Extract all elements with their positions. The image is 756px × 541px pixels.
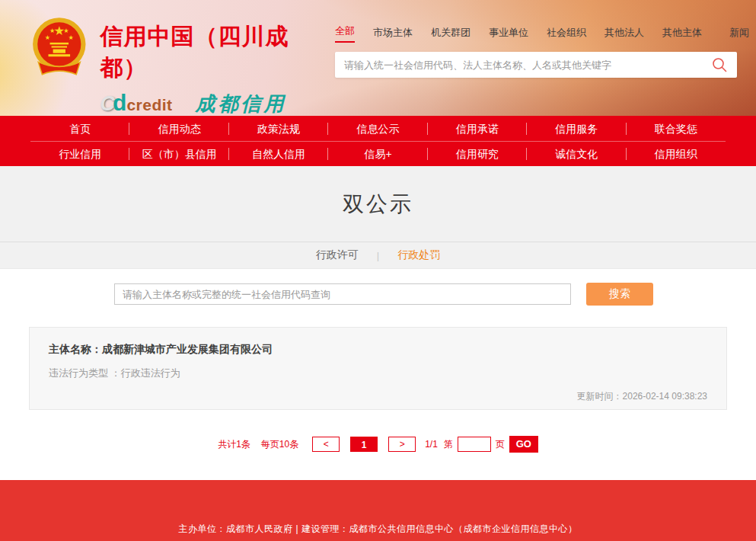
national-emblem-icon: ★ ★ ★ ★ ★ (29, 15, 90, 79)
site-title: 信用中国（四川成都） (100, 21, 335, 84)
pagination-next-button[interactable]: > (388, 437, 416, 452)
pagination-jump-suffix: 页 (496, 438, 505, 451)
pagination: 共计1条 每页10条 < 1 > 1/1 第 页 GO (0, 436, 756, 453)
update-time-line: 更新时间：2026-02-14 09:38:23 (49, 390, 707, 403)
violation-type-line: 违法行为类型 ：行政违法行为 (49, 367, 707, 380)
cdcredit-logo: Cdcredit 成都信用 (100, 90, 335, 116)
pagination-jump-prefix: 第 (444, 438, 453, 451)
content-area: 搜索 主体名称：成都新津城市产业发展集团有限公司 违法行为类型 ：行政违法行为 … (0, 269, 756, 480)
nav-credit-commitment[interactable]: 信用承诺 (428, 117, 527, 141)
site-footer: 主办单位：成都市人民政府 | 建设管理：成都市公共信用信息中心（成都市企业信用信… (0, 480, 756, 541)
top-nav-market-entity[interactable]: 市场主体 (373, 26, 413, 43)
site-logo[interactable]: ★ ★ ★ ★ ★ 信用中国（四川成都） Cdcredit 成都信用 (29, 15, 335, 116)
tab-bar: 行政许可 | 行政处罚 (0, 242, 756, 269)
subject-value: 成都新津城市产业发展集团有限公司 (102, 343, 273, 355)
nav-home[interactable]: 首页 (30, 117, 129, 141)
pagination-go-button[interactable]: GO (509, 436, 538, 453)
subject-query-input[interactable] (114, 283, 571, 305)
subject-label: 主体名称： (49, 343, 102, 355)
search-button[interactable]: 搜索 (586, 283, 653, 306)
cdcredit-logo-d: d (113, 90, 126, 116)
pagination-per-page: 每页10条 (261, 438, 298, 451)
tab-administrative-penalty[interactable]: 行政处罚 (397, 248, 440, 262)
nav-personal-credit[interactable]: 自然人信用 (229, 142, 328, 166)
footer-organizer-line: 主办单位：成都市人民政府 | 建设管理：成都市公共信用信息中心（成都市企业信用信… (0, 480, 756, 536)
top-nav-gov-group[interactable]: 机关群团 (431, 26, 471, 43)
nav-credit-service[interactable]: 信用服务 (527, 117, 626, 141)
global-search-input[interactable] (344, 59, 711, 71)
violation-value: 行政违法行为 (121, 367, 180, 379)
subject-query-form: 搜索 (0, 269, 756, 306)
page-title: 双公示 (0, 166, 756, 242)
top-nav-other-legal[interactable]: 其他法人 (604, 26, 644, 43)
nav-credit-org[interactable]: 信用组织 (627, 142, 726, 166)
nav-info-publicity[interactable]: 信息公示 (328, 117, 427, 141)
nav-credit-research[interactable]: 信用研究 (428, 142, 527, 166)
svg-text:★: ★ (49, 27, 55, 34)
top-nav-social-org[interactable]: 社会组织 (547, 26, 586, 43)
page-hero: 双公示 行政许可 | 行政处罚 (0, 166, 756, 269)
update-value: 2026-02-14 09:38:23 (623, 391, 707, 402)
pagination-ratio: 1/1 (425, 439, 438, 450)
nav-credit-plus[interactable]: 信易+ (328, 142, 427, 166)
chengdu-credit-calligraphy: 成都信用 (196, 91, 287, 116)
pagination-prev-button[interactable]: < (312, 437, 340, 452)
search-icon[interactable] (711, 56, 728, 73)
entity-type-nav: 全部 市场主体 机关群团 事业单位 社会组织 其他法人 其他主体 新闻 (335, 24, 737, 43)
pagination-current-page[interactable]: 1 (350, 437, 378, 452)
page-jump-input[interactable] (458, 437, 491, 452)
site-header: ★ ★ ★ ★ ★ 信用中国（四川成都） Cdcredit 成都信用 (0, 0, 756, 116)
top-nav-news[interactable]: 新闻 (729, 26, 749, 43)
nav-district-credit[interactable]: 区（市）县信用 (129, 142, 228, 166)
cdcredit-logo-credit: credit (126, 96, 172, 114)
update-label: 更新时间： (577, 391, 623, 402)
subject-name-line[interactable]: 主体名称：成都新津城市产业发展集团有限公司 (49, 343, 707, 357)
top-nav-public-institution[interactable]: 事业单位 (489, 26, 528, 43)
result-card[interactable]: 主体名称：成都新津城市产业发展集团有限公司 违法行为类型 ：行政违法行为 更新时… (29, 327, 727, 410)
top-nav-other-entity[interactable]: 其他主体 (662, 26, 702, 43)
main-nav: 首页 信用动态 政策法规 信息公示 信用承诺 信用服务 联合奖惩 行业信用 区（… (0, 116, 756, 166)
global-search-bar (335, 52, 737, 78)
tab-separator: | (377, 250, 379, 261)
nav-integrity-culture[interactable]: 诚信文化 (527, 142, 626, 166)
violation-label: 违法行为类型 ： (49, 367, 121, 379)
nav-joint-reward-punish[interactable]: 联合奖惩 (627, 117, 726, 141)
tab-administrative-permit[interactable]: 行政许可 (316, 248, 359, 262)
pagination-total: 共计1条 (218, 438, 250, 451)
nav-policies[interactable]: 政策法规 (229, 117, 328, 141)
top-nav-all[interactable]: 全部 (335, 24, 355, 43)
nav-credit-news[interactable]: 信用动态 (129, 117, 228, 141)
svg-text:★: ★ (45, 34, 50, 41)
svg-text:★: ★ (68, 34, 73, 41)
nav-industry-credit[interactable]: 行业信用 (30, 142, 129, 166)
